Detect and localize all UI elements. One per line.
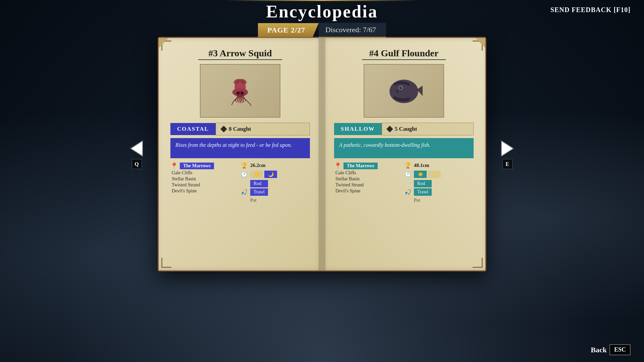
left-clock-icon: 🕐 xyxy=(241,171,248,178)
left-record-value: 26.2cm xyxy=(250,163,265,168)
right-fish-image xyxy=(364,64,444,118)
right-entry-title: #4 Gulf Flounder xyxy=(334,48,474,59)
left-day-icon: ☀️ xyxy=(250,171,263,178)
right-entry-name: Gulf Flounder xyxy=(381,48,439,58)
left-type-caught-bar: COASTAL 8 Caught xyxy=(170,123,310,135)
top-bar: Encyclopedia xyxy=(0,0,644,21)
right-methods-col: Rod Trawl Pot xyxy=(414,180,432,204)
book-spine-center xyxy=(319,38,325,270)
left-type-badge: COASTAL xyxy=(170,123,216,135)
right-arrow-key: E xyxy=(502,159,513,169)
left-trophy-icon: 🏆 xyxy=(241,162,248,169)
right-method-pot: Pot xyxy=(414,197,432,204)
svg-point-5 xyxy=(237,92,239,94)
right-method-trawl: Trawl xyxy=(414,188,432,196)
book-wrapper: #3 Arrow Squid xyxy=(158,37,486,272)
left-night-icon: 🌙 xyxy=(264,171,277,178)
svg-point-6 xyxy=(241,92,244,94)
svg-line-9 xyxy=(239,97,240,103)
right-location-primary: 📍 The Marrows xyxy=(334,162,403,170)
right-method-rod: Rod xyxy=(414,180,432,187)
left-method-pot: Pot xyxy=(250,197,268,204)
svg-marker-23 xyxy=(131,141,143,156)
left-diamond-icon xyxy=(220,126,227,132)
right-clock-icon: 🕐 xyxy=(405,171,411,178)
right-caught-count: 5 Caught xyxy=(395,126,417,132)
svg-point-18 xyxy=(400,92,402,95)
right-record-row: 🏆 48.1cm xyxy=(405,162,474,169)
left-location-devils-spine: Devil's Spine xyxy=(170,188,239,194)
corner-bl xyxy=(161,258,171,268)
left-record-row: 🏆 26.2cm xyxy=(241,162,310,169)
page-badge: PAGE 2/27 xyxy=(258,23,319,37)
left-time-row: 🕐 ☀️ 🌙 xyxy=(241,171,310,178)
encyclopedia-title: Encyclopedia xyxy=(266,2,378,21)
right-night-icon: 🌙 xyxy=(428,171,441,178)
svg-marker-25 xyxy=(501,141,513,156)
right-fishing-icon: 🎣 xyxy=(405,189,411,195)
right-info-grid: 📍 The Marrows Gale Cliffs Stellar Basin … xyxy=(334,162,474,204)
corner-br xyxy=(473,258,483,268)
left-time-bar: ☀️ 🌙 xyxy=(250,171,277,178)
right-location-col: 📍 The Marrows Gale Cliffs Stellar Basin … xyxy=(334,162,403,204)
left-arrow-key: Q xyxy=(132,159,142,169)
back-key[interactable]: ESC xyxy=(609,344,631,355)
left-info-grid: 📍 The Marrows Gale Cliffs Stellar Basin … xyxy=(170,162,310,204)
right-location-marker-icon: 📍 xyxy=(334,162,341,170)
left-description: Rises from the depths at night to feed -… xyxy=(170,138,310,158)
right-caught-badge: 5 Caught xyxy=(382,123,474,135)
left-fish-image xyxy=(200,64,280,118)
svg-point-17 xyxy=(408,89,411,92)
next-page-button[interactable]: E xyxy=(498,139,517,169)
left-method-rod: Rod xyxy=(250,180,268,187)
left-methods-row: 🎣 Rod Trawl Pot xyxy=(241,180,310,204)
title-container: Encyclopedia xyxy=(225,0,419,21)
left-method-trawl: Trawl xyxy=(250,188,268,196)
right-record-value: 48.1cm xyxy=(414,163,429,168)
left-entry-number: #3 xyxy=(208,48,218,58)
page-fold-tl xyxy=(159,38,169,48)
page-info-bar: PAGE 2/27 Discovered: 7/67 xyxy=(258,23,386,38)
left-location-twisted-strand: Twisted Strand xyxy=(170,182,239,188)
left-location-primary-name: The Marrows xyxy=(180,163,214,169)
right-stats-col: 🏆 48.1cm 🕐 ☀️ 🌙 🎣 xyxy=(405,162,474,204)
left-title-underline xyxy=(198,59,282,60)
left-arrow-icon xyxy=(127,139,146,158)
right-methods-row: 🎣 Rod Trawl Pot xyxy=(405,180,474,204)
left-entry-name: Arrow Squid xyxy=(220,48,272,58)
left-location-gale-cliffs: Gale Cliffs xyxy=(170,170,239,176)
right-time-row: 🕐 ☀️ 🌙 xyxy=(405,171,474,178)
back-label: Back xyxy=(591,346,607,354)
right-type-badge: SHALLOW xyxy=(334,123,382,135)
back-bar: Back ESC xyxy=(591,344,631,355)
right-location-twisted-strand: Twisted Strand xyxy=(334,182,403,188)
left-stats-col: 🏆 26.2cm 🕐 ☀️ 🌙 🎣 xyxy=(241,162,310,204)
right-time-bar: ☀️ 🌙 xyxy=(414,171,441,178)
right-location-primary-name: The Marrows xyxy=(343,163,378,169)
right-entry-number: #4 xyxy=(369,48,379,58)
left-location-stellar-basin: Stellar Basin xyxy=(170,176,239,182)
title-bar-line xyxy=(225,0,419,1)
book-page-left: #3 Arrow Squid xyxy=(159,38,322,270)
page-fold-tr xyxy=(475,38,485,48)
book-page-right: #4 Gulf Flounder xyxy=(322,38,485,270)
right-type-caught-bar: SHALLOW 5 Caught xyxy=(334,123,474,135)
left-caught-count: 8 Caught xyxy=(229,126,251,132)
right-arrow-icon xyxy=(498,139,517,158)
left-location-primary: 📍 The Marrows xyxy=(170,162,239,170)
discovered-text: Discovered: 7/67 xyxy=(319,23,386,38)
right-location-devils-spine: Devil's Spine xyxy=(334,188,403,194)
svg-point-16 xyxy=(406,86,408,88)
left-location-col: 📍 The Marrows Gale Cliffs Stellar Basin … xyxy=(170,162,239,204)
right-trophy-icon: 🏆 xyxy=(405,162,411,169)
book-inner: #3 Arrow Squid xyxy=(159,38,485,270)
right-day-icon: ☀️ xyxy=(414,171,427,178)
left-fishing-icon: 🎣 xyxy=(241,189,248,195)
right-title-underline xyxy=(362,59,446,60)
svg-point-21 xyxy=(399,86,402,89)
left-methods-col: Rod Trawl Pot xyxy=(250,180,268,204)
right-location-gale-cliffs: Gale Cliffs xyxy=(334,170,403,176)
left-entry-title: #3 Arrow Squid xyxy=(170,48,310,59)
prev-page-button[interactable]: Q xyxy=(127,139,146,169)
left-location-marker-icon: 📍 xyxy=(170,162,178,170)
